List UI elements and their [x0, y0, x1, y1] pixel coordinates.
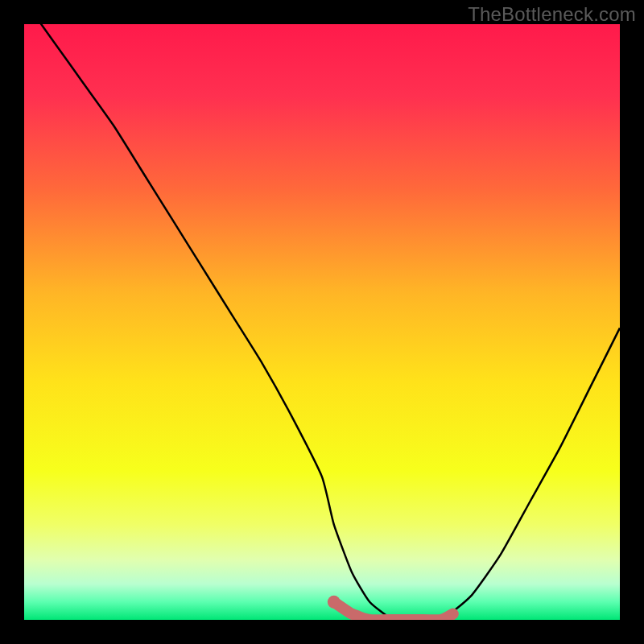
bottleneck-curve: [24, 24, 620, 620]
optimal-segment: [334, 602, 453, 620]
optimal-marker: [328, 596, 341, 609]
chart-svg: [24, 24, 620, 620]
watermark-text: TheBottleneck.com: [468, 3, 636, 26]
chart-frame: TheBottleneck.com: [0, 0, 644, 644]
plot-area: [24, 24, 620, 620]
